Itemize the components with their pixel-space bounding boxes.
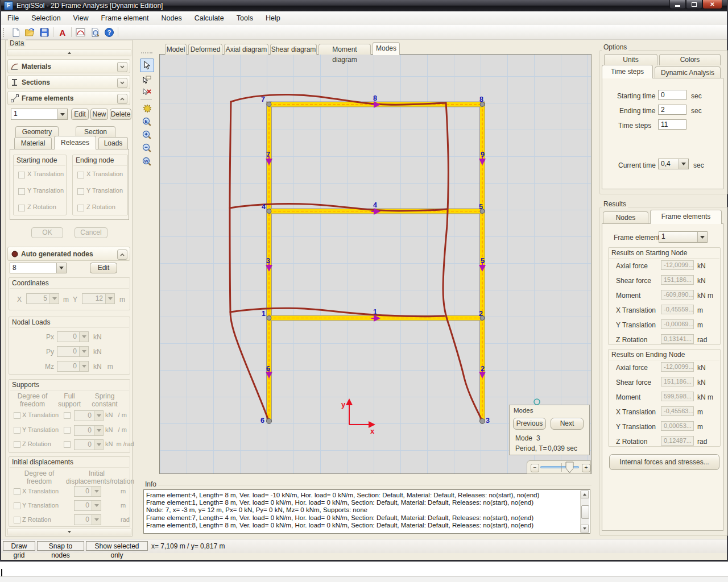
new-button[interactable]: New	[90, 109, 108, 120]
coord-x-field[interactable]: 5	[26, 293, 59, 304]
scroll-down-icon[interactable]	[581, 525, 589, 533]
zoom-out-tool[interactable]	[140, 141, 154, 155]
edit-button[interactable]: Edit	[71, 109, 89, 120]
tab-frame-elements[interactable]: Frame elements	[650, 210, 722, 224]
menu-selection[interactable]: Selection	[25, 12, 67, 24]
frame-elements-chevron-up-icon[interactable]	[117, 94, 127, 104]
py-field[interactable]: 0	[57, 346, 89, 357]
zoom-slider-track[interactable]	[540, 461, 580, 474]
close-button[interactable]: ✕	[702, 0, 722, 9]
tab-model[interactable]: Model	[165, 44, 187, 55]
scroll-up-icon[interactable]	[581, 490, 589, 498]
zoom-window-tool[interactable]: W	[140, 155, 154, 168]
minimize-button[interactable]	[669, 0, 686, 9]
tab-releases[interactable]: Releases	[54, 136, 96, 149]
zoom-in-tool[interactable]	[140, 128, 154, 142]
info-list[interactable]: Frame element:4, Length= 8 m, Ver. load=…	[143, 489, 590, 534]
mz-field[interactable]: 0	[57, 361, 89, 372]
ok-button[interactable]: OK	[31, 227, 63, 238]
support-z-full-checkbox[interactable]	[64, 441, 71, 448]
auto-node-combobox[interactable]: 8	[10, 263, 67, 273]
end-z-rotation-checkbox[interactable]	[77, 205, 84, 211]
restore-button[interactable]	[686, 0, 702, 9]
next-mode-button[interactable]: Next	[551, 418, 584, 430]
menu-nodes[interactable]: Nodes	[155, 12, 188, 24]
support-z-spring-field[interactable]: 0	[74, 439, 104, 450]
menu-file[interactable]: File	[1, 12, 25, 24]
internal-forces-button[interactable]: Internal forces and stresses...	[609, 454, 719, 470]
support-x-full-checkbox[interactable]	[64, 412, 71, 419]
starting-time-input[interactable]	[658, 90, 686, 100]
current-time-combobox[interactable]: 0,4	[658, 159, 689, 169]
coord-x-arrow-icon[interactable]	[49, 294, 59, 304]
save-icon[interactable]	[38, 26, 50, 38]
delete-button[interactable]: Delete	[110, 109, 131, 120]
result-frame-element-arrow-icon[interactable]	[697, 232, 707, 242]
menu-view[interactable]: View	[67, 12, 95, 24]
support-y-spring-field[interactable]: 0	[74, 425, 104, 436]
frame-elements-expander[interactable]: Frame elements	[7, 91, 130, 105]
support-z-checkbox[interactable]	[14, 441, 20, 448]
cancel-button[interactable]: Cancel	[75, 227, 107, 238]
help-icon[interactable]: ?	[103, 26, 115, 38]
open-file-icon[interactable]	[24, 26, 36, 38]
zoom-extents-tool[interactable]: E	[140, 115, 154, 128]
initdisp-y-arrow-icon[interactable]	[92, 501, 101, 510]
support-x-spring-field[interactable]: 0	[74, 410, 104, 421]
tab-time-steps[interactable]: Time steps	[602, 65, 653, 78]
end-x-translation-checkbox[interactable]	[77, 172, 84, 178]
tab-colors[interactable]: Colors	[659, 54, 721, 65]
support-y-checkbox[interactable]	[14, 427, 20, 434]
support-x-checkbox[interactable]	[14, 412, 20, 419]
tab-material[interactable]: Material	[14, 137, 52, 149]
snap-to-nodes-toggle[interactable]: Snap to nodes	[37, 541, 84, 551]
show-selected-only-toggle[interactable]: Show selected only	[86, 541, 148, 551]
support-y-spring-arrow-icon[interactable]	[94, 426, 103, 435]
auto-node-combobox-arrow-icon[interactable]	[56, 263, 66, 273]
initdisp-y-field[interactable]: 0	[74, 500, 101, 511]
menu-help[interactable]: Help	[259, 12, 287, 24]
zoom-plus-button[interactable]: +	[582, 464, 590, 472]
ending-time-input[interactable]	[658, 105, 686, 115]
initdisp-y-checkbox[interactable]	[14, 502, 20, 509]
support-x-spring-arrow-icon[interactable]	[94, 411, 103, 421]
auto-nodes-expander[interactable]: Auto generated nodes	[7, 247, 130, 261]
support-z-spring-arrow-icon[interactable]	[94, 440, 103, 450]
px-arrow-icon[interactable]	[79, 332, 88, 342]
panel-scroll-up[interactable]	[7, 49, 131, 56]
current-time-arrow-icon[interactable]	[679, 159, 688, 169]
panel-scroll-down[interactable]	[7, 529, 131, 535]
preview-icon[interactable]	[89, 26, 101, 38]
select-tool[interactable]	[140, 59, 154, 72]
initdisp-x-arrow-icon[interactable]	[92, 487, 101, 496]
auto-nodes-chevron-up-icon[interactable]	[117, 250, 127, 260]
auto-node-edit-button[interactable]: Edit	[90, 263, 117, 273]
tab-geometry[interactable]: Geometry	[15, 126, 59, 137]
result-frame-element-combobox[interactable]: 1	[659, 231, 708, 243]
frame-element-combobox-arrow-icon[interactable]	[57, 109, 67, 119]
initdisp-z-arrow-icon[interactable]	[92, 515, 101, 525]
tab-modes[interactable]: Modes	[373, 42, 400, 55]
mz-arrow-icon[interactable]	[79, 361, 88, 371]
new-file-icon[interactable]	[10, 26, 22, 38]
support-y-full-checkbox[interactable]	[64, 427, 71, 434]
tab-dynamic-analysis[interactable]: Dynamic Analysis	[655, 66, 721, 78]
zoom-minus-button[interactable]: −	[531, 464, 539, 472]
tab-moment-diagram[interactable]: Moment diagram	[318, 44, 371, 55]
initdisp-z-checkbox[interactable]	[14, 517, 20, 523]
initdisp-x-field[interactable]: 0	[74, 486, 101, 497]
end-y-translation-checkbox[interactable]	[77, 188, 84, 195]
px-field[interactable]: 0	[57, 331, 89, 342]
time-steps-input[interactable]	[658, 119, 686, 130]
start-y-translation-checkbox[interactable]	[18, 188, 25, 195]
menu-frame-element[interactable]: Frame element	[94, 12, 155, 24]
draw-grid-toggle[interactable]: Draw grid	[3, 541, 35, 551]
materials-expander[interactable]: Materials	[7, 59, 130, 73]
sections-chevron-down-icon[interactable]	[117, 78, 127, 88]
initdisp-x-checkbox[interactable]	[14, 488, 20, 495]
chart-icon[interactable]	[75, 26, 86, 38]
initdisp-z-field[interactable]: 0	[74, 514, 101, 525]
tab-units[interactable]: Units	[604, 54, 657, 65]
scrollbar-thumb[interactable]	[581, 505, 589, 519]
tab-nodes[interactable]: Nodes	[603, 211, 648, 223]
